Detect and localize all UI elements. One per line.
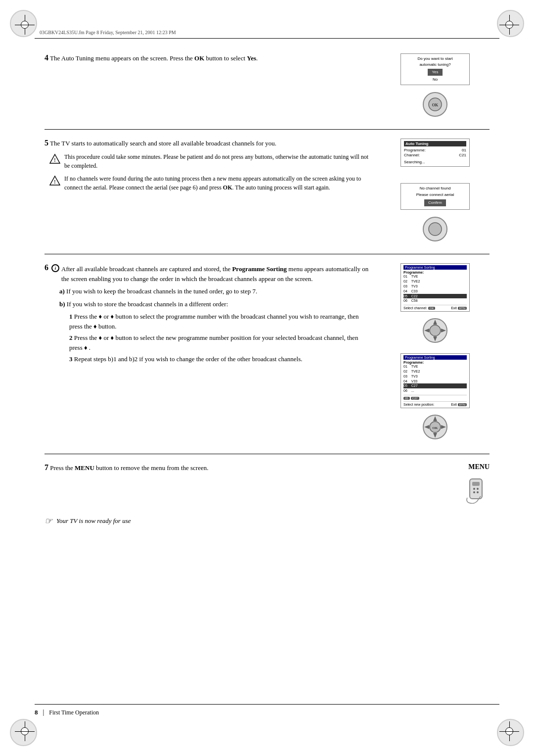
notice-2: ! If no channels were found during the a… <box>44 174 371 192</box>
step-7-menu: MENU <box>75 464 94 472</box>
prog-sort-screen-1: Programme Sorting Programme: 01TVE 02TVE… <box>400 263 470 312</box>
screen-no-option: No <box>404 77 466 83</box>
ps1-row-03: 03TV3 <box>403 284 467 289</box>
page-number: 8 <box>35 709 38 716</box>
ready-note: ☞ Your TV is now ready for use <box>44 516 490 526</box>
menu-label: MENU <box>381 463 490 471</box>
ps1-prog-label: Programme: <box>403 271 467 274</box>
step-4-yes: Yes <box>247 54 256 62</box>
sub-b1-num: 1 <box>69 313 73 320</box>
step-6-left: 6 i After all available broadcast channe… <box>44 263 381 442</box>
screen-chan-row: Channel: C21 <box>404 153 466 157</box>
file-header: 03GBKV24LS35U.fm Page 8 Friday, Septembe… <box>35 30 499 35</box>
svg-rect-23 <box>472 482 480 486</box>
step-6-number: 6 <box>44 263 48 272</box>
footer-content: 8 | First Time Operation <box>35 709 499 716</box>
ps1-row-05: 05C22 <box>403 294 467 299</box>
step-5-number: 5 <box>44 139 48 147</box>
ps2-row-01: 01TVE <box>403 364 467 369</box>
footer-divider <box>35 704 499 705</box>
sep-line-1 <box>44 129 490 130</box>
sub-step-b: b) If you wish to store the broadcast ch… <box>59 299 371 309</box>
screen-yes-btn: Yes <box>428 69 442 76</box>
ps2-footer: 05 C27 <box>403 395 467 400</box>
ps2-pos-label: 05 C27 <box>403 396 419 400</box>
sub-b-text: If you wish to store the broadcast chann… <box>67 300 228 308</box>
ok-nav-icon-2 <box>422 216 448 242</box>
screen-autotuning-q: Do you want to start automatic tuning? Y… <box>400 53 470 85</box>
ps1-row-04: 04C33 <box>403 289 467 294</box>
screen-confirm-btn: Confirm <box>424 199 446 207</box>
step-5-text: The TV starts to automatically search an… <box>50 140 276 147</box>
ok-nav-icon: OK <box>422 92 448 117</box>
screen-prog-row: Programme: 01 <box>404 148 466 152</box>
sub-b3-num: 3 <box>69 355 73 363</box>
ps1-footer: Select channel: OK Exit RTN <box>403 305 467 310</box>
ps1-row-01: 01TVE <box>403 274 467 279</box>
prog-sorting-bold: Programme Sorting <box>232 265 287 273</box>
step-6-text: After all available broadcast channels a… <box>61 264 371 284</box>
ps2-row-06: 06... <box>403 388 467 393</box>
prog-sort-screen-2: Programme Sorting Programme: 01TVE 02TVE… <box>400 353 470 408</box>
ps2-select-new: Select new position: <box>403 403 434 406</box>
screen-q-line1: Do you want to start <box>404 56 466 62</box>
svg-text:OK: OK <box>433 426 438 430</box>
sub-a-text: If you wish to keep the broadcast channe… <box>66 287 257 295</box>
sep-line-3 <box>44 454 490 454</box>
divider-bar: | <box>43 709 44 716</box>
step-4-section: 4 The Auto Tuning menu appears on the sc… <box>44 53 490 117</box>
sub-b-label: b) <box>59 300 65 308</box>
screen-autotuning-prog: Auto Tuning Programme: 01 Channel: C21 S… <box>400 139 470 167</box>
ps2-exit: Exit RTN <box>451 403 467 406</box>
svg-point-8 <box>429 223 442 236</box>
screen-autotune-title: Auto Tuning <box>404 141 466 146</box>
ps2-row-03: 03TV3 <box>403 374 467 379</box>
step-5-section: 5 The TV starts to automatically search … <box>44 139 490 242</box>
sub-b2: 2 Press the ♦ or ♦ button to select the … <box>69 333 371 352</box>
warning-icon-1: ! <box>49 153 60 164</box>
ps1-title: Programme Sorting <box>403 265 467 270</box>
nav-icon-ps1 <box>422 318 448 343</box>
ps2-title: Programme Sorting <box>403 355 467 360</box>
step-4-left: 4 The Auto Tuning menu appears on the sc… <box>44 53 381 117</box>
step-7-left: 7 Press the MENU button to remove the me… <box>44 463 381 504</box>
ps2-row-04: 04V33 <box>403 379 467 384</box>
svg-point-27 <box>477 491 479 493</box>
notice-1: ! This procedure could take some minutes… <box>44 152 371 170</box>
hand-icon: ☞ <box>44 516 52 526</box>
sub-step-a: a) If you wish to keep the broadcast cha… <box>59 286 371 296</box>
prog-label: Programme: <box>404 148 426 152</box>
page-num-section: 8 | First Time Operation <box>35 709 99 716</box>
info-icon-6: i <box>51 264 59 272</box>
step-5-left: 5 The TV starts to automatically search … <box>44 139 381 242</box>
menu-hand-icon <box>381 474 490 504</box>
chan-val: C21 <box>459 153 466 157</box>
ps2-prog-label: Programme: <box>403 361 467 364</box>
sub-b2-num: 2 <box>69 334 73 341</box>
step-4-ok: OK <box>194 54 204 62</box>
screen-no-ch-line2: Please connect aerial <box>404 192 466 198</box>
screen-q-line2: automatic tuning? <box>404 62 466 68</box>
page-footer: 8 | First Time Operation <box>35 704 499 716</box>
step-4-right: Do you want to start automatic tuning? Y… <box>381 53 490 117</box>
ps1-exit-label: Exit RTN <box>451 306 467 310</box>
step-7-right: MENU <box>381 463 490 504</box>
ready-text: Your TV is now ready for use <box>56 517 131 525</box>
step-5-right: Auto Tuning Programme: 01 Channel: C21 S… <box>381 139 490 242</box>
section-title: First Time Operation <box>49 709 99 716</box>
step-4-number: 4 <box>44 53 48 62</box>
ps2-row-05: 05C27 <box>403 383 467 388</box>
screen-no-channel: No channel found Please connect aerial C… <box>400 183 470 210</box>
step-4-text: The Auto Tuning menu appears on the scre… <box>50 54 258 62</box>
step-7-section: 7 Press the MENU button to remove the me… <box>44 463 490 504</box>
warning-icon-2: ! <box>49 175 60 186</box>
ps2-row-02: 02TVE2 <box>403 369 467 374</box>
sep-line-2 <box>44 254 490 254</box>
top-border <box>35 38 499 39</box>
step-7-number: 7 <box>44 463 48 472</box>
svg-text:OK: OK <box>432 103 439 107</box>
chan-label: Channel: <box>404 153 420 157</box>
nav-icon-ps2: OK <box>422 414 448 440</box>
step-6-section: 6 i After all available broadcast channe… <box>44 263 490 442</box>
ps1-row-06: 06C58 <box>403 298 467 303</box>
